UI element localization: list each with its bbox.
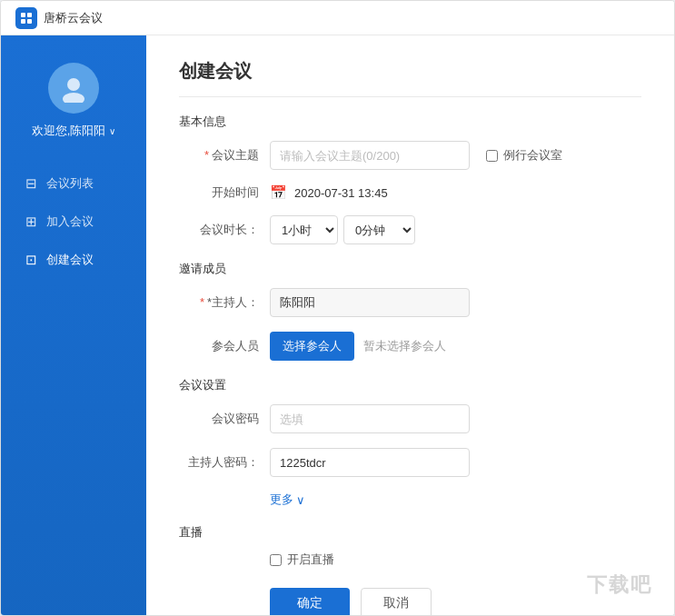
meeting-password-input[interactable] — [270, 404, 470, 433]
user-greeting[interactable]: 欢迎您,陈阳阳 ∨ — [32, 123, 116, 139]
svg-point-4 — [67, 78, 80, 91]
live-row: 开启直播 — [270, 551, 641, 568]
svg-rect-1 — [27, 13, 32, 17]
calendar-icon: 📅 — [270, 184, 287, 201]
host-row: *主持人： — [179, 288, 641, 317]
sidebar-item-label: 创建会议 — [46, 252, 94, 268]
section-invite-members: 邀请成员 — [179, 261, 641, 277]
section-live: 直播 — [179, 524, 641, 541]
meeting-password-label: 会议密码 — [179, 411, 270, 427]
participants-label: 参会人员 — [179, 338, 270, 354]
sidebar-item-label: 会议列表 — [46, 175, 94, 192]
start-time-value: 2020-07-31 13:45 — [294, 186, 388, 200]
meeting-room-checkbox-group: 例行会议室 — [486, 147, 562, 164]
duration-hours-select[interactable]: 1小时 0小时 2小时 3小时 — [270, 215, 338, 244]
sidebar-item-meeting-list[interactable]: ⊟ 会议列表 — [1, 164, 146, 203]
meeting-room-checkbox[interactable] — [486, 150, 498, 162]
cancel-button[interactable]: 取消 — [361, 588, 432, 615]
app-window: 唐桥云会议 欢迎您,陈阳阳 ∨ ⊟ 会议列表 ⊞ — [0, 0, 675, 616]
meeting-list-icon: ⊟ — [23, 175, 39, 192]
svg-rect-0 — [21, 13, 25, 17]
live-checkbox[interactable] — [270, 554, 282, 566]
more-link[interactable]: 更多 ∨ — [270, 492, 641, 508]
meeting-topic-label: 会议主题 — [179, 147, 270, 164]
host-input[interactable] — [270, 288, 470, 317]
participants-row: 参会人员 选择参会人 暂未选择参会人 — [179, 332, 641, 361]
host-password-row: 主持人密码： — [179, 448, 641, 477]
host-password-input[interactable] — [270, 448, 470, 477]
meeting-topic-input[interactable] — [270, 141, 470, 170]
more-chevron: ∨ — [296, 493, 305, 507]
duration-minutes-select[interactable]: 0分钟 15分钟 30分钟 45分钟 — [343, 215, 415, 244]
confirm-button[interactable]: 确定 — [270, 588, 350, 615]
logo-icon — [15, 7, 37, 29]
meeting-topic-row: 会议主题 例行会议室 — [179, 141, 641, 170]
select-members-button[interactable]: 选择参会人 — [270, 332, 354, 361]
host-label: *主持人： — [179, 294, 270, 311]
no-members-hint: 暂未选择参会人 — [363, 338, 446, 354]
start-time-label: 开始时间 — [179, 184, 270, 201]
action-buttons: 确定 取消 — [270, 588, 641, 615]
sidebar-item-create-meeting[interactable]: ⊡ 创建会议 — [1, 241, 146, 279]
sidebar-item-label: 加入会议 — [46, 214, 94, 230]
duration-label: 会议时长： — [179, 222, 270, 238]
main-content: 创建会议 基本信息 会议主题 例行会议室 开始时间 📅 2020-07-31 1… — [146, 35, 674, 615]
sidebar: 欢迎您,陈阳阳 ∨ ⊟ 会议列表 ⊞ 加入会议 ⊡ 创建会议 — [1, 35, 146, 615]
user-dropdown-chevron: ∨ — [109, 126, 115, 136]
svg-rect-3 — [27, 19, 32, 24]
section-meeting-settings: 会议设置 — [179, 377, 641, 393]
content-area: 欢迎您,陈阳阳 ∨ ⊟ 会议列表 ⊞ 加入会议 ⊡ 创建会议 创建会议 — [1, 35, 674, 615]
sidebar-nav: ⊟ 会议列表 ⊞ 加入会议 ⊡ 创建会议 — [1, 164, 146, 279]
sidebar-item-join-meeting[interactable]: ⊞ 加入会议 — [1, 203, 146, 241]
datetime-display[interactable]: 📅 2020-07-31 13:45 — [270, 184, 388, 201]
host-password-label: 主持人密码： — [179, 454, 270, 471]
avatar — [48, 63, 99, 114]
duration-row: 会议时长： 1小时 0小时 2小时 3小时 0分钟 15分钟 30分钟 45分钟 — [179, 215, 641, 244]
join-meeting-icon: ⊞ — [23, 214, 39, 230]
section-basic-info: 基本信息 — [179, 114, 641, 130]
meeting-room-label: 例行会议室 — [503, 147, 562, 164]
svg-point-5 — [63, 93, 84, 103]
title-bar: 唐桥云会议 — [1, 1, 674, 35]
meeting-password-row: 会议密码 — [179, 404, 641, 433]
duration-group: 1小时 0小时 2小时 3小时 0分钟 15分钟 30分钟 45分钟 — [270, 215, 415, 244]
live-label: 开启直播 — [287, 551, 334, 568]
start-time-row: 开始时间 📅 2020-07-31 13:45 — [179, 184, 641, 201]
svg-rect-2 — [21, 19, 25, 24]
app-logo: 唐桥云会议 — [15, 7, 103, 29]
page-title: 创建会议 — [179, 59, 641, 97]
app-name: 唐桥云会议 — [44, 10, 103, 26]
live-section: 直播 开启直播 — [179, 524, 641, 568]
create-meeting-icon: ⊡ — [23, 252, 39, 268]
